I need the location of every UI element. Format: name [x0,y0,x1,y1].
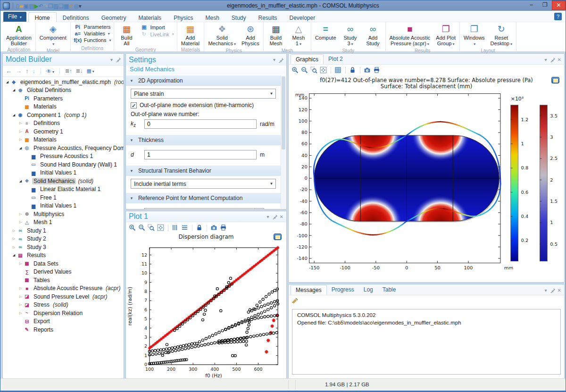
delete-icon[interactable]: ▦ [64,3,69,9]
windows-button[interactable]: ❐Windows▾ [461,23,487,48]
tree-expander-icon[interactable]: ◢ [11,88,17,92]
settings-scrollbar[interactable] [281,75,286,209]
show-options-icon[interactable]: 👁︎▾ [46,68,54,74]
tree-item-initial-values-1[interactable]: ▆Initial Values 1 [3,202,124,210]
tree-item-derived-values[interactable]: ∑Derived Values [3,268,124,276]
tree-expander-icon[interactable]: ◢ [18,179,23,183]
tab-definitions[interactable]: Definitions [57,13,95,23]
tree-item-stress[interactable]: ▷◪Stress(solid) [3,301,124,309]
print-icon[interactable] [373,67,381,74]
print-icon[interactable] [220,224,227,232]
tree-item-global-definitions[interactable]: ◢⊕Global Definitions [3,86,124,95]
tree-item-multiphysics[interactable]: ▷⊛Multiphysics [3,210,124,218]
tree-item-dispersion-relation[interactable]: ▷~Dispersion Relation [3,309,124,317]
refpoint-x-input[interactable] [145,209,254,209]
solid-mechanics-button[interactable]: ❖SolidMechanics▾ [206,23,238,48]
tree-item-parameters[interactable]: PiParameters [3,94,124,103]
save-as-icon[interactable]: ▤ [29,3,34,9]
tree-expander-icon[interactable]: ▷ [18,138,23,142]
add-plot-group-button[interactable]: ❐Add PlotGroup▾ [433,23,458,48]
expand-all-icon[interactable]: ≣↓ [76,68,83,74]
tree-item-linear-elastic-material-1[interactable]: ▆Linear Elastic Material 1 [3,185,124,194]
tree-item-materials[interactable]: ▦Materials [3,103,124,111]
tree-expander-icon[interactable]: ◢ [11,253,17,257]
tree-item-geometry-1[interactable]: ▷AGeometry 1 [3,127,124,136]
panel-menu-icon[interactable]: ▾ [110,57,113,62]
clear-icon[interactable]: ✐ [69,3,74,9]
compute-button[interactable]: =Compute [313,23,339,48]
reset-desktop-button[interactable]: ↻ResetDesktop▾ [488,23,515,48]
model-settings-icon[interactable]: ▦▾ [86,68,94,74]
help-button[interactable]: ? [554,13,562,20]
section-structural-transient[interactable]: ▼ Structural Transient Behavior [126,166,281,176]
new-file-icon[interactable]: ▯ [16,3,19,9]
axis-y-icon[interactable] [172,224,179,232]
zoom-out-icon[interactable] [138,224,146,232]
pin-icon[interactable] [115,57,121,62]
tree-item-results[interactable]: ◢▤Results [3,251,124,260]
zoom-box-icon[interactable] [148,224,155,232]
zoom-in-icon[interactable] [129,224,136,232]
tree-item-free-1[interactable]: ▭Free 1 [3,193,124,202]
tab-mesh[interactable]: Mesh [199,13,225,23]
section-thickness[interactable]: ▼ Thickness [126,135,281,145]
tree-item-export[interactable]: ⊟Export [3,317,124,326]
panel-menu-icon[interactable]: ▾ [545,288,547,293]
redo-icon[interactable]: ↷ [43,3,48,9]
tree-item-materials[interactable]: ▷▦Materials [3,136,124,144]
thickness-input[interactable] [144,150,257,159]
tree-expander-icon[interactable]: ▷ [18,286,23,290]
close-panel-icon[interactable]: ✕ [280,214,283,219]
add-physics-button[interactable]: ⊛AddPhysics [239,23,262,48]
paste-icon[interactable]: ▥ [53,3,58,9]
build-mesh-button[interactable]: ▦BuildMesh [265,23,287,48]
livelink-button[interactable]: ↻LiveLink▾ [138,31,175,38]
forward-icon[interactable]: → [16,67,22,75]
transient-behavior-select[interactable]: Include inertial terms ▼ [131,179,276,189]
zoom-out-icon[interactable] [301,67,308,74]
lock-icon[interactable] [196,224,203,232]
collapse-all-icon[interactable]: ≣↑ [65,68,72,74]
panel-menu-icon[interactable]: ▾ [545,57,547,62]
camera-icon[interactable] [364,67,371,74]
functions-button[interactable]: f(x)Functions▾ [72,37,113,43]
lock-icon[interactable] [349,67,357,74]
tree-expander-icon[interactable]: ▷ [18,121,23,125]
component-button[interactable]: ◈Component▾ [37,23,69,48]
tree-item-reports[interactable]: ✎Reports [3,325,124,334]
minimize-button[interactable]: – [524,0,538,10]
pin-icon[interactable] [549,57,555,62]
tree-expander-icon[interactable]: ▷ [18,311,23,315]
tree-expander-icon[interactable]: ▷ [18,212,23,216]
tab-materials[interactable]: Materials [132,13,167,23]
tree-expander-icon[interactable]: ▷ [18,130,23,133]
tree-item-data-sets[interactable]: ▷▦Data Sets [3,259,124,268]
add-study-button[interactable]: ∞AddStudy [362,23,384,48]
kz-input[interactable] [144,119,257,129]
tree-expander-icon[interactable]: ▷ [18,220,23,224]
maximize-button[interactable]: ❐ [538,0,552,10]
panel-menu-icon[interactable]: ▾ [273,57,275,62]
tree-expander-icon[interactable]: ◢ [18,146,23,150]
tree-expander-icon[interactable]: ◢ [11,113,17,117]
out-of-plane-checkbox[interactable]: ✓ [131,102,137,108]
import-button[interactable]: ▣Import [138,24,175,31]
tree-item-absolute-acoustic-pressure[interactable]: ▷■Absolute Acoustic Pressure(acpr) [3,284,124,293]
tree-item-solid-mechanics[interactable]: ◢❖Solid Mechanics(solid) [3,177,124,185]
close-button[interactable]: ✕ [552,0,566,10]
clear-messages-icon[interactable] [291,297,299,305]
absolute-acoustic-pressure-acpr-button[interactable]: ■Absolute AcousticPressure (acpr)▾ [387,23,433,48]
tree-item-pressure-acoustics-1[interactable]: ▆Pressure Acoustics 1 [3,152,124,161]
duplicate-icon[interactable]: ❏ [58,3,64,9]
grid-icon[interactable] [334,67,342,74]
tree-expander-icon[interactable]: ◢ [5,80,10,84]
tab-developer[interactable]: Developer [283,13,322,23]
tree-item-study-1[interactable]: ▷∞Study 1 [3,226,124,235]
pin-icon[interactable] [549,287,555,293]
variables-button[interactable]: a=Variables▾ [72,30,113,37]
application-builder-button[interactable]: AApplicationBuilder [4,23,34,47]
tree-item-sound-pressure-level[interactable]: ▷◪Sound Pressure Level(acpr) [3,292,124,301]
tree-item-initial-values-1[interactable]: ▆Initial Values 1 [3,169,124,177]
close-panel-icon[interactable]: ✕ [558,57,561,62]
tab-study[interactable]: Study [225,13,252,23]
